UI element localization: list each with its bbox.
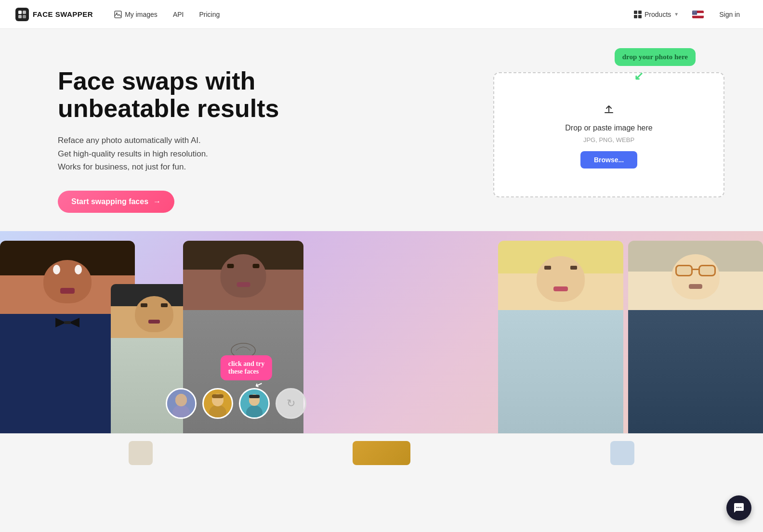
person-4	[498, 241, 623, 433]
products-grid-icon	[634, 11, 642, 18]
svg-point-21	[175, 394, 187, 406]
upload-drop-text: Drop or paste image here	[565, 124, 652, 132]
hero-subtitle: Reface any photo automatically with AI. …	[58, 134, 464, 173]
svg-point-14	[694, 13, 695, 13]
svg-rect-8	[692, 15, 704, 18]
tooltip-arrow-icon: ↙	[634, 69, 644, 83]
logo-text: FACE SWAPPER	[33, 10, 93, 18]
image-icon	[114, 11, 122, 18]
sign-in-button[interactable]: Sign in	[711, 7, 748, 22]
nav-links: My images API Pricing	[108, 7, 225, 22]
svg-point-12	[696, 11, 697, 12]
face-circle-3[interactable]	[239, 388, 270, 419]
svg-rect-2	[18, 15, 22, 18]
nav-right: Products ▼ Sign in	[628, 7, 748, 22]
drop-tooltip-text: drop your photo here	[622, 53, 688, 61]
sign-in-label: Sign in	[719, 11, 740, 18]
face-circles: ↻	[166, 388, 306, 419]
svg-point-15	[696, 13, 697, 13]
upload-icon	[601, 101, 617, 120]
nav-link-api-label: API	[173, 11, 184, 18]
strip-thumb-2	[610, 441, 634, 465]
nav-products-button[interactable]: Products ▼	[628, 7, 684, 22]
nav-link-api[interactable]: API	[167, 7, 190, 22]
hero-subtitle-line1: Reface any photo automatically with AI.	[58, 136, 201, 145]
person-5	[628, 241, 763, 433]
navbar: FACE SWAPPER My images API Pricing Produ…	[0, 0, 763, 29]
refresh-button[interactable]: ↻	[276, 388, 306, 419]
strip-item-3	[610, 441, 634, 465]
nav-link-pricing[interactable]: Pricing	[193, 7, 225, 22]
drop-tooltip: drop your photo here ↙	[615, 48, 696, 66]
hero-title-line2: unbeatable results	[58, 94, 279, 122]
hero-subtitle-line3: Works for business, not just for fun.	[58, 162, 186, 171]
hero-right: drop your photo here ↙ Drop or paste ima…	[493, 58, 724, 197]
products-chevron-icon: ▼	[674, 12, 679, 17]
nav-link-pricing-label: Pricing	[199, 11, 220, 18]
cta-label: Start swapping faces	[71, 197, 148, 206]
click-tooltip-text: click and trythese faces	[228, 360, 264, 375]
bottom-strip	[0, 433, 763, 472]
svg-point-13	[693, 13, 694, 13]
svg-rect-31	[249, 395, 260, 398]
nav-link-my-images[interactable]: My images	[108, 7, 163, 22]
strip-item-1	[129, 441, 153, 465]
logo-icon	[15, 8, 29, 21]
browse-button[interactable]: Browse...	[580, 151, 637, 169]
refresh-icon: ↻	[287, 397, 295, 410]
svg-point-10	[693, 11, 694, 12]
strip-thumb-1	[129, 441, 153, 465]
svg-rect-26	[212, 394, 224, 398]
hero-section: Face swaps with unbeatable results Refac…	[0, 29, 763, 231]
svg-point-11	[694, 11, 695, 12]
hero-title-line1: Face swaps with	[58, 67, 255, 95]
face-circle-1[interactable]	[166, 388, 197, 419]
hero-left: Face swaps with unbeatable results Refac…	[58, 58, 464, 213]
cta-arrow-icon: →	[153, 197, 161, 206]
nav-logo[interactable]: FACE SWAPPER	[15, 8, 93, 21]
nav-link-my-images-label: My images	[125, 11, 158, 18]
upload-dropzone[interactable]: Drop or paste image here JPG, PNG, WEBP …	[493, 72, 724, 197]
strip-gold-button[interactable]	[353, 441, 410, 465]
strip-item-2	[353, 441, 410, 465]
svg-rect-1	[23, 11, 26, 14]
upload-formats-text: JPG, PNG, WEBP	[583, 136, 634, 143]
flag-icon[interactable]	[692, 11, 704, 18]
click-tooltip: click and trythese faces ↙	[221, 355, 272, 380]
products-label: Products	[645, 11, 671, 18]
hero-subtitle-line2: Get high-quality results in high resolut…	[58, 149, 208, 158]
svg-rect-0	[18, 11, 22, 14]
start-swapping-button[interactable]: Start swapping faces →	[58, 191, 174, 213]
svg-rect-3	[23, 15, 26, 18]
face-circle-2[interactable]	[202, 388, 233, 419]
faces-section: click and trythese faces ↙	[0, 231, 763, 433]
hero-title: Face swaps with unbeatable results	[58, 67, 464, 122]
